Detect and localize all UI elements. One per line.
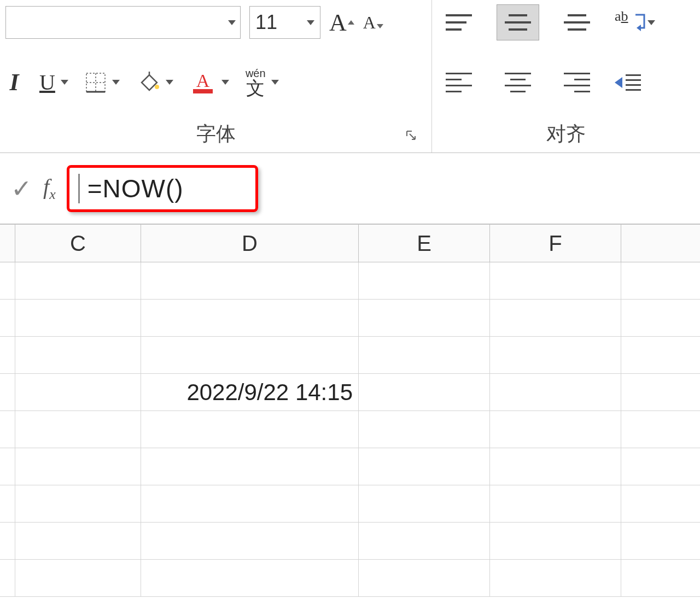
- column-header-g-sliver[interactable]: [621, 225, 700, 262]
- grid-cell[interactable]: [0, 411, 15, 448]
- chevron-down-icon: [228, 20, 236, 25]
- column-header-f[interactable]: F: [490, 225, 621, 262]
- grid-cell[interactable]: [15, 523, 141, 559]
- font-name-dropdown[interactable]: [5, 6, 241, 39]
- grid-cell-d-value[interactable]: 2022/9/22 14:15: [141, 374, 359, 410]
- underline-button[interactable]: U: [39, 69, 68, 95]
- align-top-button[interactable]: [438, 4, 480, 40]
- grid-cell[interactable]: [0, 523, 15, 559]
- align-bottom-button[interactable]: [556, 4, 598, 40]
- decrease-font-size-button[interactable]: A: [363, 13, 383, 33]
- grid-cell[interactable]: [490, 560, 621, 596]
- column-header-e[interactable]: E: [359, 225, 490, 262]
- grid-cell[interactable]: [141, 262, 359, 299]
- column-header-c[interactable]: C: [15, 225, 141, 262]
- grid-cell[interactable]: [621, 448, 700, 485]
- grid-cell[interactable]: [0, 374, 15, 410]
- font-size-value: 11: [255, 11, 277, 34]
- grid-cell[interactable]: [0, 300, 15, 336]
- increase-font-size-button[interactable]: A: [329, 9, 354, 37]
- wrap-text-icon: ab: [615, 10, 642, 34]
- borders-button[interactable]: [85, 72, 120, 93]
- grid-cell[interactable]: [141, 448, 359, 485]
- grid-cell[interactable]: [15, 411, 141, 448]
- grid-cell[interactable]: [359, 300, 490, 336]
- grid-cell[interactable]: [141, 300, 359, 336]
- grid-cell[interactable]: [141, 523, 359, 559]
- wrap-text-button[interactable]: ab: [615, 10, 655, 34]
- triangle-left-icon: [615, 77, 622, 88]
- align-left-button[interactable]: [438, 64, 480, 101]
- align-middle-button[interactable]: [497, 4, 539, 40]
- grid-cell[interactable]: [15, 262, 141, 299]
- grid-cell[interactable]: [490, 374, 621, 410]
- grid-cell[interactable]: [490, 262, 621, 299]
- grid-cell[interactable]: [359, 337, 490, 373]
- grid-row: [0, 560, 700, 597]
- grid-cell[interactable]: [490, 411, 621, 448]
- align-right-icon: [564, 73, 590, 92]
- grid-cell[interactable]: [621, 262, 700, 299]
- formula-input[interactable]: =NOW(): [88, 174, 184, 203]
- grid-cell[interactable]: [141, 337, 359, 373]
- italic-button[interactable]: I: [5, 68, 23, 96]
- grid-cell[interactable]: [15, 560, 141, 596]
- horizontal-align-row: [438, 61, 695, 104]
- svg-rect-0: [86, 73, 105, 92]
- font-color-button[interactable]: A: [190, 69, 229, 96]
- grid-cell[interactable]: [621, 523, 700, 559]
- fx-button[interactable]: fx: [43, 174, 56, 203]
- grid-cell[interactable]: [0, 337, 15, 373]
- font-size-dropdown[interactable]: 11: [249, 6, 320, 39]
- align-center-button[interactable]: [497, 64, 539, 101]
- confirm-check-icon[interactable]: ✓: [11, 174, 32, 203]
- svg-point-4: [155, 85, 159, 89]
- svg-rect-6: [193, 89, 213, 93]
- column-headers: C D E F: [0, 224, 700, 262]
- grid-cell[interactable]: [359, 411, 490, 448]
- grid-cell[interactable]: [0, 448, 15, 485]
- phonetic-guide-icon: wén 文: [246, 68, 266, 97]
- grid-cell[interactable]: [15, 448, 141, 485]
- grid-cell[interactable]: [0, 560, 15, 596]
- grid-cell[interactable]: [490, 300, 621, 336]
- grid-cell[interactable]: [621, 374, 700, 410]
- grid-cell[interactable]: [359, 523, 490, 559]
- fill-color-button[interactable]: [136, 71, 173, 95]
- grid-cell[interactable]: [15, 300, 141, 336]
- grid-cell[interactable]: [490, 337, 621, 373]
- grid-cell[interactable]: [141, 411, 359, 448]
- font-row-1: 11 A A: [5, 3, 426, 42]
- grid-cell[interactable]: [490, 523, 621, 559]
- grid-cell[interactable]: [141, 560, 359, 596]
- underline-icon: U: [39, 69, 55, 95]
- align-right-button[interactable]: [556, 64, 598, 101]
- grid-cell[interactable]: [490, 485, 621, 522]
- grid-cell[interactable]: [621, 485, 700, 522]
- grid-cell[interactable]: [15, 485, 141, 522]
- grid-cell[interactable]: [0, 262, 15, 299]
- column-header-b-sliver[interactable]: [0, 225, 15, 262]
- decrease-indent-button[interactable]: [615, 74, 641, 91]
- column-header-d[interactable]: D: [141, 225, 359, 262]
- grid-cell[interactable]: [359, 448, 490, 485]
- grid-cell[interactable]: [621, 337, 700, 373]
- grid-cell[interactable]: [359, 560, 490, 596]
- phonetic-guide-button[interactable]: wén 文: [246, 68, 279, 97]
- grid-cell[interactable]: [621, 560, 700, 596]
- grid-cell[interactable]: [621, 411, 700, 448]
- spreadsheet-grid: 2022/9/22 14:15: [0, 262, 700, 597]
- grid-cell[interactable]: [15, 337, 141, 373]
- grid-cell[interactable]: [0, 485, 15, 522]
- grid-cell[interactable]: [621, 300, 700, 336]
- chevron-down-icon: [648, 20, 655, 25]
- dialog-launcher-icon[interactable]: [404, 128, 418, 143]
- font-row-2: I U A: [5, 61, 426, 104]
- indent-lines-icon: [626, 74, 641, 91]
- grid-cell[interactable]: [359, 262, 490, 299]
- grid-cell[interactable]: [359, 374, 490, 410]
- grid-cell[interactable]: [15, 374, 141, 410]
- grid-cell[interactable]: [359, 485, 490, 522]
- grid-cell[interactable]: [141, 485, 359, 522]
- grid-cell[interactable]: [490, 448, 621, 485]
